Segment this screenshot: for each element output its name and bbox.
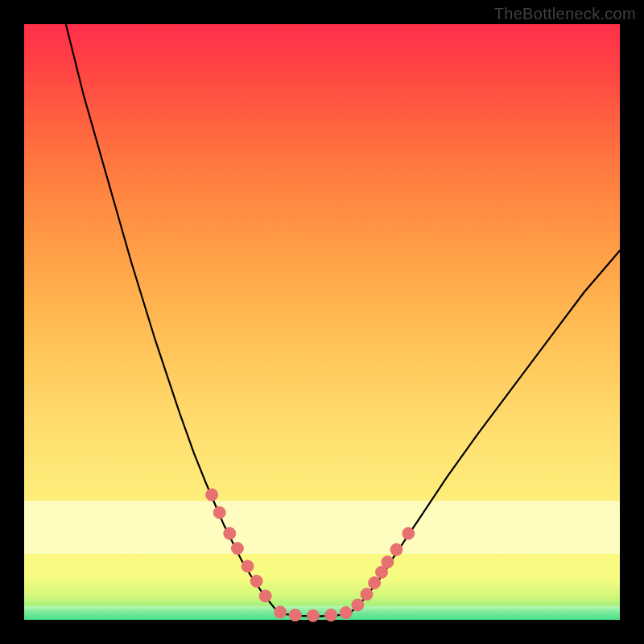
data-marker — [382, 556, 394, 568]
data-marker — [402, 527, 415, 539]
data-marker — [325, 609, 337, 621]
data-marker — [275, 606, 287, 618]
green-base-rect — [24, 606, 620, 620]
data-marker — [231, 543, 243, 555]
data-marker — [213, 506, 225, 518]
chart-frame: TheBottleneck.com — [0, 0, 644, 644]
bottleneck-curve — [24, 24, 620, 620]
data-marker — [242, 560, 254, 572]
data-marker — [259, 590, 271, 602]
data-marker — [289, 609, 301, 621]
data-marker — [250, 575, 262, 587]
data-marker — [307, 609, 319, 621]
attribution-text: TheBottleneck.com — [494, 5, 636, 23]
data-marker — [340, 607, 352, 619]
data-marker — [224, 527, 236, 539]
data-marker — [361, 588, 373, 601]
data-marker — [352, 599, 364, 611]
data-marker — [390, 543, 402, 555]
data-marker — [369, 577, 381, 589]
data-marker — [206, 489, 218, 501]
pale-band-rect — [24, 501, 620, 554]
